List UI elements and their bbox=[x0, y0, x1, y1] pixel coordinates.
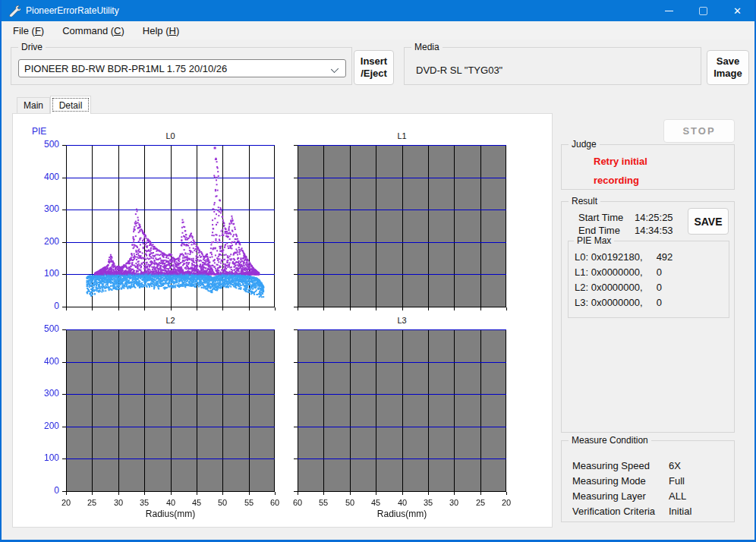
save-image-button[interactable]: Save Image bbox=[707, 50, 749, 85]
chart-title-l0: L0 bbox=[66, 131, 275, 140]
x-tick-label-l3-30: 30 bbox=[444, 498, 464, 507]
measuring-layer-row: Measuring Layer ALL bbox=[572, 490, 686, 502]
chart-title-l3: L3 bbox=[298, 316, 506, 325]
x-tick-label-l3-50: 50 bbox=[340, 498, 360, 507]
y-tick-label-l0-200: 200 bbox=[29, 236, 59, 247]
chart-plot-l2 bbox=[61, 329, 276, 496]
drive-combobox[interactable]: PIONEER BD-RW BDR-PR1ML 1.75 20/10/26 bbox=[18, 59, 346, 77]
save-image-label-line2: Image bbox=[713, 68, 742, 80]
menu-item-file[interactable]: File (F) bbox=[4, 25, 53, 36]
save-image-label-line1: Save bbox=[717, 55, 739, 68]
x-tick-label-l3-45: 45 bbox=[366, 498, 386, 507]
judge-group-label: Judge bbox=[569, 139, 600, 150]
maximize-button[interactable] bbox=[686, 0, 720, 21]
pie-max-row-l2: L2: 0x0000000, 0 bbox=[575, 282, 662, 293]
x-tick-label-l2-35: 35 bbox=[134, 498, 154, 507]
pie-max-row-l0: L0: 0x0192180, 492 bbox=[575, 251, 673, 263]
y-tick-label-l0-400: 400 bbox=[29, 172, 59, 182]
measuring-speed-row: Measuring Speed 6X bbox=[572, 460, 681, 471]
pie-max-l2-value: 0 bbox=[657, 282, 662, 293]
measure-condition-groupbox: Measure Condition Measuring Speed 6X Mea… bbox=[561, 440, 735, 522]
y-tick-label-l2-500: 500 bbox=[29, 323, 59, 334]
y-tick-label-l0-300: 300 bbox=[29, 203, 59, 214]
tab-detail[interactable]: Detail bbox=[50, 96, 91, 114]
end-time-value: 14:34:53 bbox=[635, 225, 673, 236]
app-window: PioneerErrorRateUtility ✕ File (F)Comman… bbox=[0, 0, 756, 542]
end-time-label: End Time bbox=[578, 225, 635, 236]
close-icon: ✕ bbox=[733, 6, 742, 16]
x-tick-label-l2-20: 20 bbox=[56, 498, 76, 507]
judge-groupbox: Judge Retry initial recording bbox=[561, 144, 735, 190]
measuring-mode-value: Full bbox=[669, 475, 685, 487]
x-tick-label-l3-60: 60 bbox=[288, 498, 307, 507]
drive-group-label: Drive bbox=[18, 42, 46, 52]
save-button-label: SAVE bbox=[694, 216, 722, 228]
media-value: DVD-R SL "TYG03" bbox=[416, 65, 502, 76]
x-tick-label-l2-45: 45 bbox=[187, 498, 206, 507]
judge-text-line1: Retry initial bbox=[594, 156, 647, 167]
end-time-row: End Time 14:34:53 bbox=[578, 225, 673, 236]
drive-combobox-value: PIONEER BD-RW BDR-PR1ML 1.75 20/10/26 bbox=[24, 63, 227, 74]
menu-item-help[interactable]: Help (H) bbox=[134, 25, 188, 36]
y-tick-label-l2-200: 200 bbox=[29, 421, 59, 431]
pie-max-l1-value: 0 bbox=[657, 266, 662, 278]
result-groupbox: Result Start Time 14:25:25 End Time 14:3… bbox=[561, 201, 735, 433]
x-tick-label-l2-25: 25 bbox=[82, 498, 102, 507]
measuring-speed-label: Measuring Speed bbox=[572, 460, 669, 471]
x-axis-label-l3: Radius(mm) bbox=[298, 509, 506, 519]
pie-max-groupbox: PIE Max L0: 0x0192180, 492 L1: 0x0000000… bbox=[568, 241, 729, 318]
maximize-icon bbox=[699, 7, 707, 15]
save-button[interactable]: SAVE bbox=[688, 208, 729, 235]
pie-max-l0-entry: L0: 0x0192180, bbox=[575, 251, 654, 263]
start-time-value: 14:25:25 bbox=[635, 212, 673, 223]
verification-criteria-label: Verification Criteria bbox=[572, 506, 669, 517]
tab-main[interactable]: Main bbox=[17, 97, 50, 114]
chart-plot-l1 bbox=[293, 145, 507, 312]
measuring-mode-label: Measuring Mode bbox=[572, 475, 669, 487]
pie-axis-label: PIE bbox=[32, 126, 46, 137]
tab-detail-label: Detail bbox=[59, 100, 83, 111]
pie-max-l3-entry: L3: 0x0000000, bbox=[575, 297, 654, 308]
x-tick-label-l3-35: 35 bbox=[418, 498, 438, 507]
verification-criteria-row: Verification Criteria Initial bbox=[572, 506, 691, 517]
y-tick-label-l2-0: 0 bbox=[29, 485, 59, 496]
x-tick-label-l3-55: 55 bbox=[313, 498, 333, 507]
minimize-button[interactable] bbox=[652, 0, 686, 21]
pie-max-row-l1: L1: 0x0000000, 0 bbox=[575, 266, 662, 278]
x-tick-label-l2-40: 40 bbox=[161, 498, 181, 507]
y-tick-label-l0-500: 500 bbox=[29, 139, 59, 150]
menu-bar: File (F)Command (C)Help (H) bbox=[2, 21, 754, 39]
start-time-row: Start Time 14:25:25 bbox=[578, 212, 673, 223]
pie-max-l0-value: 492 bbox=[657, 251, 673, 263]
y-tick-label-l2-300: 300 bbox=[29, 388, 59, 399]
title-bar: PioneerErrorRateUtility ✕ bbox=[2, 0, 754, 21]
pie-max-row-l3: L3: 0x0000000, 0 bbox=[575, 297, 662, 308]
measuring-mode-row: Measuring Mode Full bbox=[572, 475, 685, 487]
minimize-icon bbox=[665, 11, 673, 11]
stop-button-label: STOP bbox=[682, 125, 715, 137]
measure-condition-label: Measure Condition bbox=[569, 435, 651, 446]
pie-max-l2-entry: L2: 0x0000000, bbox=[575, 282, 654, 293]
y-tick-label-l2-100: 100 bbox=[29, 452, 59, 463]
x-tick-label-l2-30: 30 bbox=[109, 498, 128, 507]
insert-eject-label-line2: /Eject bbox=[361, 68, 387, 80]
insert-eject-label-line1: Insert bbox=[361, 55, 387, 68]
pie-max-l3-value: 0 bbox=[657, 297, 662, 308]
start-time-label: Start Time bbox=[578, 212, 635, 223]
x-axis-label-l2: Radius(mm) bbox=[66, 509, 275, 519]
close-button[interactable]: ✕ bbox=[720, 0, 754, 21]
measuring-layer-value: ALL bbox=[669, 490, 686, 502]
wrench-icon bbox=[8, 5, 20, 17]
y-tick-label-l0-0: 0 bbox=[29, 301, 59, 311]
tab-main-label: Main bbox=[24, 100, 43, 111]
chevron-down-icon bbox=[331, 65, 339, 73]
insert-eject-button[interactable]: Insert /Eject bbox=[354, 50, 394, 85]
media-group-label: Media bbox=[411, 42, 443, 52]
y-tick-label-l2-400: 400 bbox=[29, 356, 59, 367]
x-tick-label-l2-60: 60 bbox=[265, 498, 285, 507]
verification-criteria-value: Initial bbox=[669, 506, 691, 517]
stop-button[interactable]: STOP bbox=[663, 119, 735, 143]
menu-item-command[interactable]: Command (C) bbox=[53, 25, 134, 36]
result-group-label: Result bbox=[569, 196, 600, 206]
judge-text-line2: recording bbox=[594, 175, 639, 186]
